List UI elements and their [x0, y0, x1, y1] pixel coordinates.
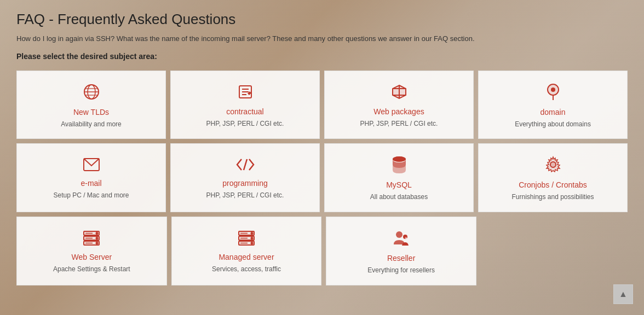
card-programming-desc: PHP, JSP, PERL / CGI etc. — [206, 191, 284, 200]
db-icon — [392, 156, 407, 176]
card-cronjobs[interactable]: Cronjobs / Crontabs Furnishings and poss… — [478, 143, 628, 212]
svg-text:+: + — [405, 236, 407, 241]
card-web-server-title: Web Server — [71, 253, 112, 261]
svg-point-19 — [393, 156, 406, 162]
card-managed-server-title: Managed server — [219, 253, 274, 261]
card-domain-title: domain — [540, 108, 566, 116]
card-contractual[interactable]: contractual PHP, JSP, PERL / CGI etc. — [170, 71, 320, 139]
card-managed-server-desc: Services, access, traffic — [212, 265, 281, 274]
card-email-desc: Setup PC / Mac and more — [53, 191, 129, 200]
code-icon — [236, 158, 255, 174]
card-reseller-desc: Everything for resellers — [367, 266, 435, 275]
card-mysql-title: MySQL — [386, 180, 412, 189]
card-new-tlds-title: New TLDs — [73, 108, 109, 116]
card-email[interactable]: e-mail Setup PC / Mac and more — [16, 143, 166, 212]
card-cronjobs-title: Cronjobs / Crontabs — [519, 180, 587, 189]
gear-icon — [544, 156, 562, 176]
svg-point-25 — [96, 237, 98, 239]
cards-container: New TLDs Availability and more contractu… — [16, 71, 628, 285]
cards-row-1: New TLDs Availability and more contractu… — [16, 71, 628, 139]
server-icon — [83, 230, 100, 248]
card-mysql-desc: All about databases — [370, 192, 428, 202]
card-new-tlds-desc: Availability and more — [61, 120, 122, 129]
svg-point-26 — [96, 242, 98, 244]
pin-icon — [545, 83, 561, 103]
cards-row-3: Web Server Apache Settings & Restart — [16, 217, 476, 285]
card-web-packages-desc: PHP, JSP, PERL / CGI etc. — [360, 119, 438, 129]
card-contractual-desc: PHP, JSP, PERL / CGI etc. — [206, 119, 284, 129]
card-web-server-desc: Apache Settings & Restart — [53, 265, 130, 274]
page-subtitle: How do I log in again via SSH? What was … — [16, 33, 628, 44]
card-new-tlds[interactable]: New TLDs Availability and more — [16, 71, 166, 139]
reseller-icon: + — [393, 229, 410, 249]
card-mysql[interactable]: MySQL All about databases — [324, 143, 474, 212]
card-email-title: e-mail — [81, 179, 101, 188]
card-contractual-title: contractual — [226, 107, 263, 116]
card-cronjobs-desc: Furnishings and possibilities — [511, 192, 594, 202]
cards-row-2: e-mail Setup PC / Mac and more programmi… — [16, 143, 628, 212]
svg-point-33 — [251, 232, 252, 234]
scroll-top-button[interactable]: ▲ — [613, 284, 633, 304]
svg-point-14 — [551, 88, 555, 92]
managed-server-icon — [238, 230, 255, 248]
globe-icon — [83, 83, 100, 103]
svg-line-17 — [244, 159, 247, 170]
svg-point-24 — [96, 232, 98, 234]
package-icon — [391, 84, 407, 103]
page-title: FAQ - Frequently Asked Questions — [16, 11, 628, 28]
svg-point-35 — [251, 242, 252, 244]
card-reseller-title: Reseller — [387, 254, 415, 262]
svg-point-34 — [251, 237, 252, 239]
card-web-packages-title: Web packages — [373, 107, 424, 116]
svg-point-39 — [396, 231, 403, 238]
card-domain-desc: Everything about domains — [515, 120, 591, 129]
edit-icon — [237, 84, 254, 103]
card-domain[interactable]: domain Everything about domains — [478, 71, 628, 139]
card-programming-title: programming — [222, 179, 267, 188]
card-web-packages[interactable]: Web packages PHP, JSP, PERL / CGI etc. — [324, 71, 474, 139]
email-icon — [83, 158, 100, 174]
card-managed-server[interactable]: Managed server Services, access, traffic — [171, 217, 322, 285]
card-programming[interactable]: programming PHP, JSP, PERL / CGI etc. — [170, 143, 320, 212]
card-reseller[interactable]: + Reseller Everything for resellers — [326, 217, 476, 285]
subject-label: Please select the desired subject area: — [16, 52, 628, 61]
card-web-server[interactable]: Web Server Apache Settings & Restart — [16, 217, 167, 285]
